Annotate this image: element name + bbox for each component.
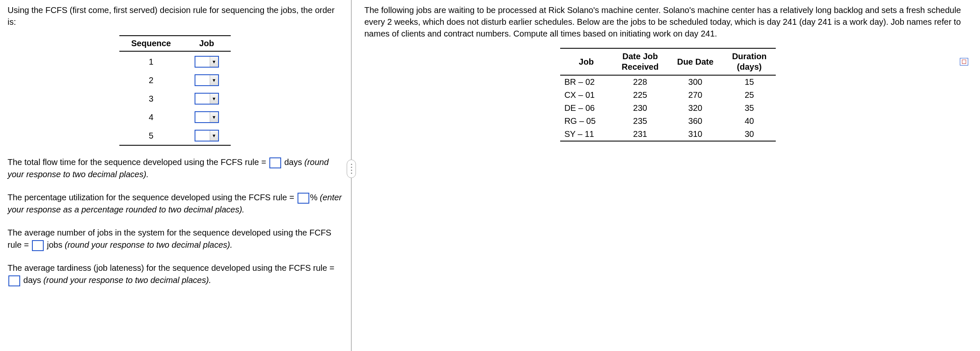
duration: 25 [723,89,776,102]
problem-description: The following jobs are waiting to be pro… [364,4,972,39]
duration: 35 [723,102,776,115]
question-flow-time: The total flow time for the sequence dev… [8,156,342,181]
seq-number: 1 [119,51,182,71]
date-received: 228 [612,75,668,89]
sequence-table: Sequence Job 1 ▼ 2 ▼ 3 ▼ 4 [119,35,230,146]
chevron-down-icon: ▼ [210,131,218,141]
table-row: 4 ▼ [119,108,230,126]
date-received: 231 [612,128,668,141]
seq-number: 4 [119,108,182,126]
right-panel: The following jobs are waiting to be pro… [352,0,980,351]
seq-number: 3 [119,89,182,108]
utilization-input[interactable] [298,193,309,204]
job-select-2[interactable]: ▼ [195,74,219,86]
table-row: SY – 11 231 310 30 [560,128,776,141]
duration: 30 [723,128,776,141]
header-date-received: Date JobReceived [612,48,668,75]
header-duration: Duration(days) [723,48,776,75]
table-row: 3 ▼ [119,89,230,108]
chevron-down-icon: ▼ [210,75,218,85]
job-name: DE – 06 [560,102,612,115]
header-due-date: Due Date [668,48,723,75]
table-row: BR – 02 228 300 15 [560,75,776,89]
fc-fs-intro: Using the FCFS (first come, first served… [8,4,342,28]
job-name: BR – 02 [560,75,612,89]
table-row: DE – 06 230 320 35 [560,102,776,115]
date-received: 230 [612,102,668,115]
table-row: 2 ▼ [119,71,230,89]
due-date: 310 [668,128,723,141]
due-date: 320 [668,102,723,115]
due-date: 360 [668,115,723,128]
question-utilization: The percentage utilization for the seque… [8,191,342,216]
seq-number: 2 [119,71,182,89]
seq-number: 5 [119,126,182,145]
table-row: CX – 01 225 270 25 [560,89,776,102]
header-sequence: Sequence [119,36,182,51]
question-tardiness: The average tardiness (job lateness) for… [8,262,342,286]
job-select-4[interactable]: ▼ [195,111,219,123]
tardiness-input[interactable] [8,275,20,286]
job-select-1[interactable]: ▼ [195,56,219,68]
table-row: 5 ▼ [119,126,230,145]
chevron-down-icon: ▼ [210,112,218,122]
header-job: Job [183,36,231,51]
jobs-data-table: Job Date JobReceived Due Date Duration(d… [560,48,776,141]
left-panel: Using the FCFS (first come, first served… [0,0,351,351]
date-received: 235 [612,115,668,128]
date-received: 225 [612,89,668,102]
avg-jobs-input[interactable] [32,240,44,251]
job-select-5[interactable]: ▼ [195,130,219,141]
due-date: 300 [668,75,723,89]
header-job: Job [560,48,612,75]
flow-time-input[interactable] [269,157,281,168]
due-date: 270 [668,89,723,102]
data-table-icon[interactable] [960,58,968,65]
job-name: CX – 01 [560,89,612,102]
question-avg-jobs: The average number of jobs in the system… [8,227,342,251]
chevron-down-icon: ▼ [210,94,218,104]
duration: 15 [723,75,776,89]
chevron-down-icon: ▼ [210,57,218,67]
table-row: RG – 05 235 360 40 [560,115,776,128]
job-name: SY – 11 [560,128,612,141]
job-select-3[interactable]: ▼ [195,93,219,105]
job-name: RG – 05 [560,115,612,128]
table-row: 1 ▼ [119,51,230,71]
duration: 40 [723,115,776,128]
